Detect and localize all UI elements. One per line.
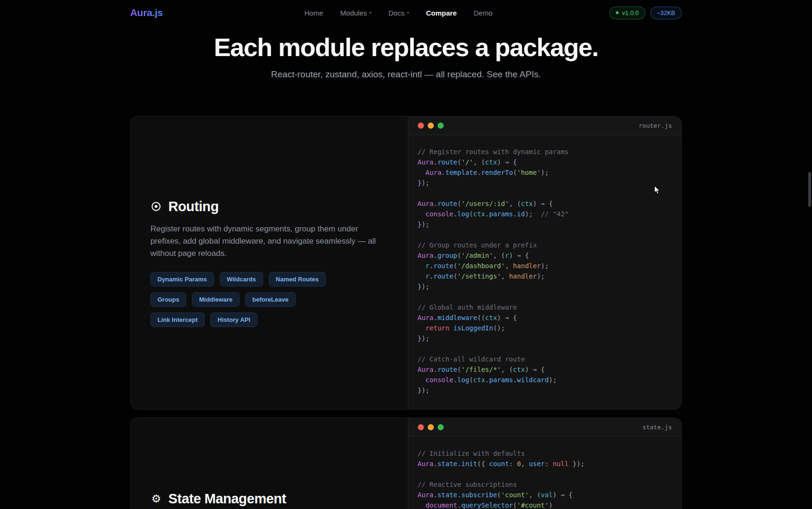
feature-tag: Named Routes [269, 272, 326, 287]
feature-tag: Groups [150, 292, 186, 307]
feature-tag: Link Intercept [150, 312, 205, 327]
feature-tag: Middleware [192, 292, 240, 307]
page-subtitle: React-router, zustand, axios, react-intl… [0, 68, 812, 81]
maximize-traffic-icon [438, 123, 444, 129]
version-dot-icon [616, 11, 619, 14]
state-title-row: ⚙ State Management [150, 491, 386, 507]
nav-link-docs[interactable]: Docs▾ [389, 9, 409, 17]
version-badge: v1.0.0 [609, 7, 645, 19]
routing-title: Routing [168, 199, 219, 214]
router-code-block: // Register routes with dynamic paramsAu… [408, 135, 682, 407]
state-filename: state.js [642, 424, 672, 431]
logo[interactable]: Aura.js [130, 7, 163, 18]
feature-tag: beforeLeave [245, 292, 296, 307]
state-title: State Management [168, 491, 286, 507]
hero: Each module replaces a package. React-ro… [0, 25, 812, 81]
page-title: Each module replaces a package. [0, 32, 812, 62]
section-state-management: ⚙ State Management state.js // Initializ… [130, 418, 682, 509]
close-traffic-icon [418, 424, 424, 430]
routing-feature-tags: Dynamic ParamsWildcardsNamed RoutesGroup… [150, 272, 348, 327]
nav-link-compare[interactable]: Compare [426, 9, 457, 17]
router-code-window: router.js // Register routes with dynami… [408, 116, 682, 409]
bundle-size-badge: ~32KB [650, 7, 682, 19]
nav-link-home[interactable]: Home [305, 9, 323, 17]
bundle-size-label: ~32KB [657, 9, 675, 16]
routing-info-panel: Routing Register routes with dynamic seg… [131, 116, 408, 409]
router-filename: router.js [639, 122, 672, 129]
gear-icon: ⚙ [150, 493, 162, 505]
feature-tag: History API [210, 312, 257, 327]
window-controls [418, 424, 444, 430]
minimize-traffic-icon [428, 424, 434, 430]
nav-links: HomeModules▾Docs▾CompareDemo [305, 9, 493, 17]
router-code-header: router.js [408, 116, 682, 135]
routing-title-row: Routing [150, 199, 386, 214]
nav-link-modules[interactable]: Modules▾ [340, 9, 372, 17]
maximize-traffic-icon [438, 424, 444, 430]
nav-link-demo[interactable]: Demo [474, 9, 493, 17]
scrollbar-thumb[interactable] [808, 172, 811, 207]
state-code-header: state.js [408, 418, 682, 437]
section-routing: Routing Register routes with dynamic seg… [130, 116, 682, 410]
version-label: v1.0.0 [622, 9, 638, 16]
target-icon [150, 201, 162, 212]
main-content: Routing Register routes with dynamic seg… [130, 116, 682, 509]
chevron-down-icon: ▾ [369, 10, 372, 15]
feature-tag: Dynamic Params [150, 272, 214, 287]
window-controls [418, 123, 444, 129]
state-code-window: state.js // Initialize with defaultsAura… [408, 418, 682, 509]
close-traffic-icon [418, 123, 424, 129]
state-info-panel: ⚙ State Management [131, 418, 408, 509]
minimize-traffic-icon [428, 123, 434, 129]
state-code-block: // Initialize with defaultsAura.state.in… [408, 437, 682, 509]
nav-badges: v1.0.0 ~32KB [609, 7, 682, 19]
feature-tag: Wildcards [220, 272, 263, 287]
routing-description: Register routes with dynamic segments, g… [150, 223, 386, 260]
chevron-down-icon: ▾ [407, 10, 409, 15]
navbar: Aura.js HomeModules▾Docs▾CompareDemo v1.… [0, 0, 812, 25]
